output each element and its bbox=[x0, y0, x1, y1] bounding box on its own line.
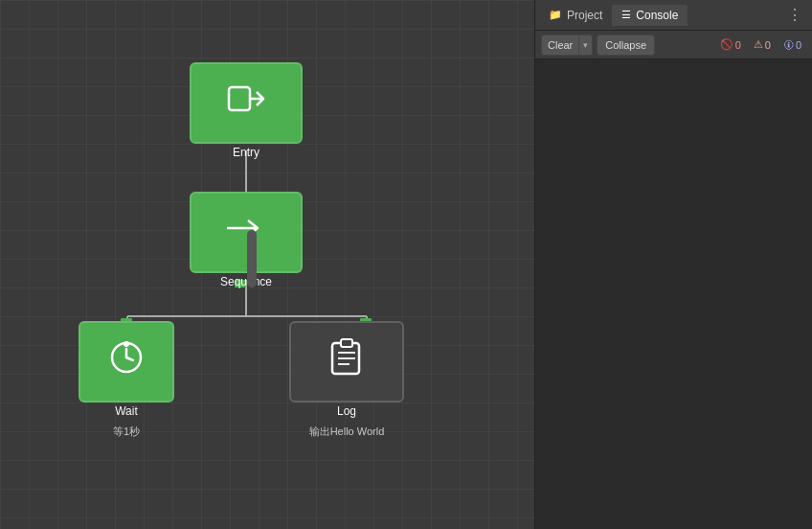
tab-project-label: Project bbox=[567, 9, 602, 22]
console-icon: ☰ bbox=[621, 9, 631, 21]
info-badge[interactable]: 🛈 0 bbox=[778, 38, 806, 52]
behavior-tree-canvas[interactable]: Entry Sequence Wait bbox=[0, 0, 534, 529]
warn-icon: ⚠ bbox=[754, 38, 763, 51]
log-node-box[interactable] bbox=[289, 321, 404, 402]
svg-point-14 bbox=[124, 341, 129, 347]
entry-node-box[interactable] bbox=[190, 62, 303, 144]
collapse-label: Collapse bbox=[605, 39, 646, 51]
log-icon bbox=[328, 337, 365, 382]
sequence-label: Sequence bbox=[220, 275, 272, 288]
error-badge[interactable]: 🚫 0 bbox=[715, 37, 746, 52]
svg-rect-8 bbox=[229, 87, 250, 110]
panel-more-button[interactable]: ⋮ bbox=[781, 2, 808, 28]
info-icon: 🛈 bbox=[783, 39, 794, 51]
wait-sublabel: 等1秒 bbox=[113, 425, 140, 439]
sequence-icon bbox=[227, 214, 265, 247]
clear-button[interactable]: Clear ▾ bbox=[541, 34, 593, 56]
tab-project[interactable]: 📁 Project bbox=[539, 5, 612, 26]
console-content[interactable] bbox=[535, 59, 812, 529]
wait-icon bbox=[108, 339, 145, 380]
error-icon: 🚫 bbox=[720, 38, 733, 51]
entry-label: Entry bbox=[233, 146, 259, 159]
folder-icon: 📁 bbox=[549, 9, 562, 21]
sequence-node[interactable]: Sequence bbox=[190, 192, 303, 288]
right-panel: 📁 Project ☰ Console ⋮ Clear ▾ Collapse 🚫… bbox=[534, 0, 812, 529]
info-count: 0 bbox=[796, 39, 801, 51]
warn-badge[interactable]: ⚠ 0 bbox=[749, 37, 776, 52]
console-badges: 🚫 0 ⚠ 0 🛈 0 bbox=[715, 37, 806, 52]
svg-rect-19 bbox=[341, 339, 352, 347]
entry-icon bbox=[227, 80, 265, 123]
error-count: 0 bbox=[735, 39, 741, 51]
log-sublabel: 输出Hello World bbox=[309, 425, 385, 439]
console-toolbar: Clear ▾ Collapse 🚫 0 ⚠ 0 🛈 0 bbox=[535, 31, 812, 59]
collapse-button[interactable]: Collapse bbox=[597, 34, 655, 56]
canvas-scrollbar[interactable] bbox=[247, 230, 257, 288]
sequence-node-box[interactable] bbox=[190, 192, 303, 273]
wait-label: Wait bbox=[115, 404, 138, 418]
tab-console[interactable]: ☰ Console bbox=[612, 5, 688, 26]
clear-label: Clear bbox=[542, 39, 578, 51]
wait-node-box[interactable] bbox=[79, 321, 174, 402]
clear-arrow[interactable]: ▾ bbox=[578, 35, 592, 55]
log-label: Log bbox=[337, 404, 356, 418]
svg-line-13 bbox=[126, 357, 133, 360]
tab-console-label: Console bbox=[636, 9, 678, 22]
wait-node[interactable]: Wait 等1秒 bbox=[79, 321, 174, 418]
entry-node[interactable]: Entry bbox=[190, 62, 303, 159]
panel-tabs: 📁 Project ☰ Console ⋮ bbox=[535, 0, 812, 31]
warn-count: 0 bbox=[765, 39, 771, 51]
log-node[interactable]: Log 输出Hello World bbox=[289, 321, 404, 418]
